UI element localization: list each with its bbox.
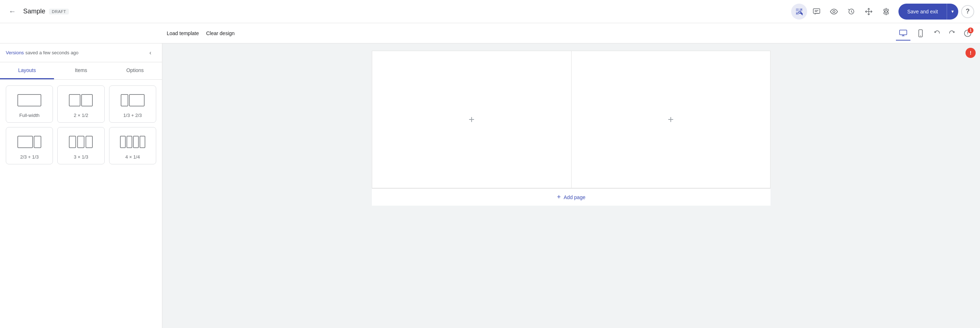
add-content-right-icon: +	[668, 114, 674, 125]
canvas-column-left[interactable]: +	[372, 51, 571, 188]
full-width-icon	[16, 92, 42, 109]
undo-button[interactable]	[931, 27, 944, 40]
svg-point-3	[799, 11, 801, 13]
tab-layouts[interactable]: Layouts	[0, 62, 54, 79]
history-icon	[847, 8, 855, 16]
layout-twothirds-third-label: 2/3 + 1/3	[20, 154, 39, 160]
twothirds-third-icon	[16, 133, 42, 151]
history-button[interactable]	[843, 4, 859, 19]
svg-point-15	[920, 35, 921, 36]
svg-point-10	[885, 11, 887, 13]
svg-rect-32	[140, 136, 145, 148]
svg-rect-21	[81, 95, 92, 106]
gear-icon	[882, 8, 890, 16]
load-template-button[interactable]: Load template	[167, 29, 199, 38]
alert-button[interactable]: !	[966, 48, 976, 58]
notification-badge: 1	[968, 27, 974, 33]
settings-button[interactable]	[878, 4, 894, 19]
add-page-plus-icon: +	[557, 193, 561, 201]
toolbar-right: 1	[896, 26, 974, 41]
desktop-icon	[899, 29, 907, 37]
chevron-left-icon: ‹	[149, 49, 151, 56]
toolbar-actions: Load template Clear design	[167, 29, 890, 38]
svg-rect-24	[18, 136, 33, 148]
svg-rect-22	[121, 95, 128, 106]
layout-half-half[interactable]: 2 × 1/2	[57, 86, 104, 123]
svg-rect-27	[78, 136, 84, 148]
save-exit-group: Save and exit ▾	[899, 4, 958, 19]
move-button[interactable]	[861, 4, 877, 19]
svg-rect-0	[796, 8, 799, 11]
svg-line-9	[851, 11, 853, 13]
magic-wand-button[interactable]	[791, 4, 807, 19]
collapse-sidebar-button[interactable]: ‹	[145, 47, 156, 59]
main-area: Versions saved a few seconds ago ‹ Layou…	[0, 43, 980, 328]
draft-badge: DRAFT	[49, 9, 69, 14]
exclamation-icon: !	[970, 50, 972, 56]
half-half-icon	[68, 92, 94, 109]
magic-icon	[795, 8, 803, 16]
version-bar: Versions saved a few seconds ago	[6, 50, 79, 55]
svg-rect-30	[127, 136, 132, 148]
svg-rect-20	[69, 95, 80, 106]
header-right: Save and exit ▾ ?	[899, 4, 974, 19]
svg-point-18	[967, 34, 968, 35]
layout-three-thirds-label: 3 × 1/3	[73, 154, 88, 160]
layout-four-quarters[interactable]: 4 × 1/4	[109, 127, 156, 164]
save-exit-button[interactable]: Save and exit	[899, 4, 947, 19]
undo-icon	[934, 30, 940, 36]
add-page-bar[interactable]: + Add page	[372, 188, 770, 206]
mobile-icon	[916, 29, 924, 37]
svg-rect-4	[813, 9, 820, 13]
undo-redo-group	[931, 27, 958, 40]
move-icon	[865, 8, 873, 16]
save-exit-dropdown-button[interactable]: ▾	[947, 4, 958, 19]
svg-rect-26	[69, 136, 76, 148]
header: ← Sample DRAFT	[0, 0, 980, 23]
versions-link[interactable]: Versions	[6, 50, 24, 55]
chevron-down-icon: ▾	[951, 9, 954, 14]
sidebar-tabs: Layouts Items Options	[0, 62, 162, 80]
layout-full-width-label: Full-width	[19, 113, 40, 118]
svg-rect-11	[900, 30, 907, 35]
preview-button[interactable]	[826, 4, 842, 19]
svg-rect-31	[134, 136, 138, 148]
desktop-view-button[interactable]	[896, 26, 910, 41]
third-twothirds-icon	[119, 92, 146, 109]
sidebar-header: Versions saved a few seconds ago ‹	[0, 43, 162, 62]
clear-design-button[interactable]: Clear design	[206, 29, 235, 38]
document-title: Sample	[23, 8, 45, 15]
add-content-left-icon: +	[469, 114, 474, 125]
redo-button[interactable]	[945, 27, 958, 40]
title-area: Sample DRAFT	[23, 8, 69, 15]
svg-rect-19	[18, 95, 41, 106]
redo-icon	[948, 30, 955, 36]
layout-four-quarters-label: 4 × 1/4	[126, 154, 140, 160]
svg-rect-29	[120, 136, 126, 148]
mobile-view-button[interactable]	[913, 26, 928, 41]
back-button[interactable]: ←	[6, 4, 19, 19]
back-icon: ←	[9, 7, 16, 16]
notification-button[interactable]: 1	[961, 27, 974, 40]
layout-grid: Full-width 2 × 1/2 1/3 + 2/3	[0, 80, 162, 170]
header-left: ← Sample DRAFT	[6, 4, 787, 19]
layout-three-thirds[interactable]: 3 × 1/3	[57, 127, 104, 164]
comment-button[interactable]	[808, 4, 824, 19]
layout-twothirds-third[interactable]: 2/3 + 1/3	[6, 127, 53, 164]
layout-half-half-label: 2 × 1/2	[73, 113, 88, 118]
layout-third-twothirds-label: 1/3 + 2/3	[123, 113, 142, 118]
layout-full-width[interactable]: Full-width	[6, 86, 53, 123]
svg-rect-23	[129, 95, 144, 106]
tab-items[interactable]: Items	[54, 62, 108, 79]
tab-options[interactable]: Options	[108, 62, 162, 79]
saved-text: saved a few seconds ago	[25, 50, 79, 55]
sidebar: Versions saved a few seconds ago ‹ Layou…	[0, 43, 162, 328]
svg-rect-25	[34, 136, 41, 148]
three-thirds-icon	[68, 133, 94, 151]
toolbar: Load template Clear design	[0, 23, 980, 43]
help-button[interactable]: ?	[961, 5, 974, 18]
svg-rect-28	[86, 136, 92, 148]
layout-third-twothirds[interactable]: 1/3 + 2/3	[109, 86, 156, 123]
comment-icon	[813, 8, 821, 16]
canvas-column-right[interactable]: +	[571, 51, 770, 188]
